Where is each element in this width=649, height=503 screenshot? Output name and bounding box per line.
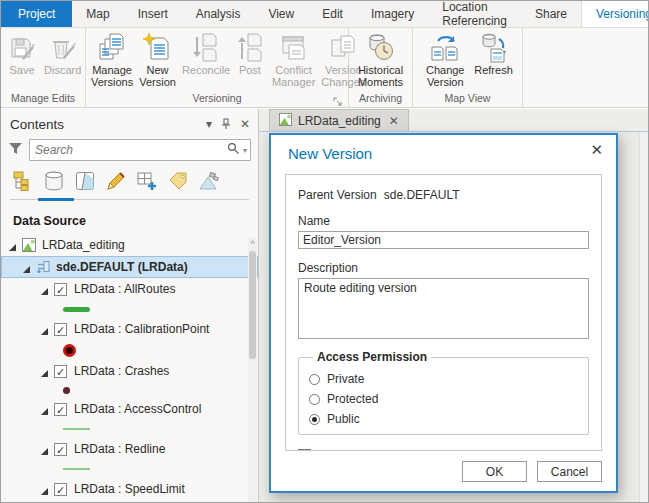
version-name-input[interactable] xyxy=(298,231,589,249)
tab-insert[interactable]: Insert xyxy=(124,1,182,27)
tab-imagery[interactable]: Imagery xyxy=(357,1,428,27)
filter-funnel-icon[interactable] xyxy=(8,141,23,160)
contents-scrollbar[interactable]: ˄ xyxy=(248,237,257,502)
symbol-row xyxy=(1,340,258,360)
pane-close-icon[interactable]: ✕ xyxy=(240,117,250,131)
access-permission-legend: Access Permission xyxy=(313,350,431,364)
tree-item-label: LRData_editing xyxy=(42,238,125,252)
radio-icon[interactable] xyxy=(309,394,320,405)
description-label: Description xyxy=(298,261,589,275)
tab-edit[interactable]: Edit xyxy=(308,1,357,27)
line-symbol-pale-green[interactable] xyxy=(63,468,90,470)
checkbox-checked-icon[interactable]: ✓ xyxy=(298,449,311,452)
toolbar-underline xyxy=(10,199,249,202)
map-view-scrollbar[interactable] xyxy=(639,132,648,502)
list-by-snapping-icon[interactable] xyxy=(136,170,158,196)
radio-icon[interactable] xyxy=(309,374,320,385)
ribbon-group-map-view: Change Version Refr xyxy=(413,28,523,107)
historical-moments-button[interactable]: Historical Moments xyxy=(355,31,407,89)
save-button: Save xyxy=(3,31,41,76)
layer-visibility-checkbox[interactable]: ✓ xyxy=(54,443,67,456)
line-symbol-green[interactable] xyxy=(63,307,90,312)
ribbon: Save Discard Manage Edits xyxy=(1,28,648,108)
expander-icon[interactable] xyxy=(40,445,49,454)
group-label-versioning: Versioning xyxy=(86,91,348,107)
tab-location-referencing[interactable]: Location Referencing xyxy=(428,1,521,27)
point-symbol-maroon[interactable] xyxy=(63,387,70,394)
tree-item-version-connection[interactable]: sde.DEFAULT (LRData) xyxy=(1,256,258,278)
list-by-labeling-icon[interactable] xyxy=(167,170,189,196)
tab-versioning[interactable]: Versioning xyxy=(581,1,649,27)
scrollbar-up-arrow[interactable]: ˄ xyxy=(248,237,257,249)
radio-option-public[interactable]: Public xyxy=(309,412,578,426)
layer-visibility-checkbox[interactable]: ✓ xyxy=(54,403,67,416)
layer-visibility-checkbox[interactable]: ✓ xyxy=(54,365,67,378)
close-view-icon[interactable]: ✕ xyxy=(389,114,399,128)
tree-item-layer[interactable]: ✓ LRData : AccessControl xyxy=(1,398,258,420)
dialog-close-icon[interactable]: ✕ xyxy=(590,141,603,159)
map-view-area: LRData_editing ✕ New Version ✕ Parent Ve… xyxy=(259,109,648,502)
map-icon xyxy=(22,238,37,252)
list-by-editing-icon[interactable] xyxy=(105,170,127,196)
dialog-form-group: Parent Version sde.DEFAULT Name Descript… xyxy=(285,174,602,451)
search-input[interactable] xyxy=(30,143,227,157)
expander-icon[interactable] xyxy=(40,485,49,494)
expander-icon[interactable] xyxy=(22,263,31,272)
ok-button[interactable]: OK xyxy=(462,461,527,482)
expander-icon[interactable] xyxy=(40,405,49,414)
cancel-button[interactable]: Cancel xyxy=(537,461,602,482)
name-label: Name xyxy=(298,214,589,228)
search-options-caret-icon[interactable]: ▾ xyxy=(243,146,247,155)
list-by-selection-icon[interactable] xyxy=(74,170,96,196)
tree-item-layer[interactable]: ✓ LRData : Crashes xyxy=(1,360,258,382)
layer-visibility-checkbox[interactable]: ✓ xyxy=(54,323,67,336)
change-version-label: Change Version xyxy=(422,64,468,89)
new-version-button[interactable]: New Version xyxy=(136,31,179,89)
expander-icon[interactable] xyxy=(40,367,49,376)
tab-analysis[interactable]: Analysis xyxy=(182,1,255,27)
dialog-buttons: OK Cancel xyxy=(462,461,602,482)
tab-project[interactable]: Project xyxy=(1,1,72,27)
symbol-row xyxy=(1,382,258,398)
description-textarea[interactable]: Route editing version xyxy=(298,278,589,339)
tab-view[interactable]: View xyxy=(254,1,308,27)
scrollbar-thumb[interactable] xyxy=(249,251,256,359)
reconcile-icon xyxy=(189,31,221,64)
tree-item-map[interactable]: LRData_editing xyxy=(1,234,258,256)
historical-moments-icon xyxy=(365,31,397,64)
versioning-dialog-launcher-icon[interactable] xyxy=(333,93,345,105)
tree-item-layer[interactable]: ✓ LRData : Redline xyxy=(1,438,258,460)
list-by-data-source-icon[interactable] xyxy=(43,170,65,196)
map-view-tab[interactable]: LRData_editing ✕ xyxy=(269,109,409,131)
radio-option-private[interactable]: Private xyxy=(309,372,578,386)
pane-pin-icon[interactable] xyxy=(221,118,231,130)
tab-map[interactable]: Map xyxy=(72,1,123,27)
refresh-button[interactable]: Refresh xyxy=(471,31,516,76)
list-by-drawing-order-icon[interactable] xyxy=(12,170,34,196)
new-version-dialog: New Version ✕ Parent Version sde.DEFAULT… xyxy=(269,133,618,493)
post-label: Post xyxy=(239,64,261,76)
tree-item-layer[interactable]: ✓ LRData : SpeedLimit xyxy=(1,478,258,500)
list-by-perspective-icon[interactable] xyxy=(198,170,220,196)
layer-visibility-checkbox[interactable]: ✓ xyxy=(54,483,67,496)
line-symbol-pale-green[interactable] xyxy=(63,428,90,430)
save-icon xyxy=(6,31,38,64)
change-to-new-version-option[interactable]: ✓ Change to this new version xyxy=(298,448,589,451)
expander-icon[interactable] xyxy=(40,285,49,294)
expander-icon[interactable] xyxy=(40,325,49,334)
conflict-manager-button: Conflict Manager xyxy=(269,31,318,89)
radio-option-protected[interactable]: Protected xyxy=(309,392,578,406)
expander-icon[interactable] xyxy=(8,241,17,250)
historical-moments-label: Historical Moments xyxy=(358,64,404,89)
discard-label: Discard xyxy=(44,64,81,76)
search-magnifier-icon[interactable] xyxy=(227,141,240,159)
change-version-button[interactable]: Change Version xyxy=(419,31,471,89)
layer-visibility-checkbox[interactable]: ✓ xyxy=(54,283,67,296)
manage-versions-button[interactable]: Manage Versions xyxy=(88,31,136,89)
pane-menu-icon[interactable]: ▾ xyxy=(206,117,212,131)
tab-share[interactable]: Share xyxy=(521,1,581,27)
tree-item-layer[interactable]: ✓ LRData : CalibrationPoint xyxy=(1,318,258,340)
point-symbol-red-ring[interactable] xyxy=(63,344,76,357)
tree-item-layer[interactable]: ✓ LRData : AllRoutes xyxy=(1,278,258,300)
radio-icon-selected[interactable] xyxy=(309,414,320,425)
